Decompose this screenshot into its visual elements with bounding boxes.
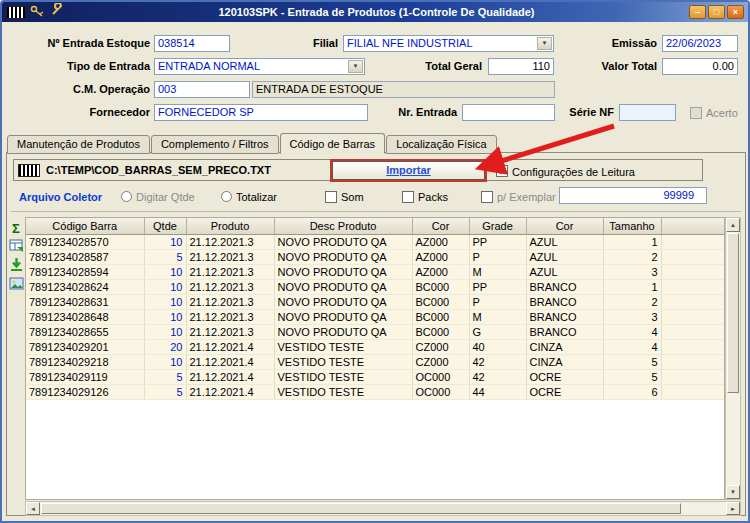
cell: 10	[144, 279, 186, 294]
cell: BRANCO	[526, 294, 603, 309]
scroll-left-icon[interactable]: ◄	[26, 502, 40, 515]
cell: 21.12.2021.3	[186, 324, 274, 339]
vscroll-thumb[interactable]	[727, 233, 739, 393]
column-header-7[interactable]: Tamanho	[603, 218, 661, 234]
cell: NOVO PRODUTO QA	[274, 234, 412, 249]
digitar-qtde-label: Digitar Qtde	[136, 190, 195, 204]
hscroll-thumb[interactable]	[41, 503, 681, 514]
table-row[interactable]: 78912340286241021.12.2021.3NOVO PRODUTO …	[26, 279, 724, 294]
cell: PP	[469, 234, 526, 249]
configuracoes-leitura-checkbox[interactable]: ✓	[496, 165, 508, 177]
cell: 3	[603, 264, 661, 279]
cell: BC000	[412, 309, 469, 324]
column-header-5[interactable]: Grade	[469, 218, 526, 234]
maximize-button[interactable]: □	[708, 5, 725, 19]
cell: 1	[603, 234, 661, 249]
tipo-entrada-select[interactable]: ENTRADA NORMAL ▼	[154, 58, 365, 75]
scroll-right-icon[interactable]: ►	[726, 502, 740, 515]
scroll-up-icon[interactable]: ▲	[726, 218, 740, 232]
tab-localizacao-fisica[interactable]: Localização Física	[386, 135, 497, 154]
export-grid-icon[interactable]	[8, 238, 24, 254]
column-header-2[interactable]: Produto	[186, 218, 274, 234]
horizontal-scrollbar[interactable]: ◄ ►	[25, 501, 741, 516]
cell: 21.12.2021.4	[186, 369, 274, 384]
cm-operacao-input[interactable]: 003	[154, 81, 250, 98]
barcode-grid[interactable]: Código BarraQtdeProdutoDesc ProdutoCorGr…	[25, 217, 725, 500]
cell: OCRE	[526, 369, 603, 384]
p-exemplar-label: p/ Exemplar	[497, 190, 556, 204]
som-checkbox[interactable]	[325, 191, 337, 203]
cell-filler	[661, 249, 724, 264]
valor-total-input[interactable]: 0.00	[662, 58, 738, 75]
column-header-4[interactable]: Cor	[412, 218, 469, 234]
download-icon[interactable]	[8, 257, 24, 273]
exemplar-input[interactable]: 99999	[559, 187, 707, 204]
table-row[interactable]: 78912340286551021.12.2021.3NOVO PRODUTO …	[26, 324, 724, 339]
chevron-down-icon[interactable]: ▼	[537, 37, 552, 50]
nr-entrada-input[interactable]	[462, 104, 555, 121]
cell: BC000	[412, 294, 469, 309]
cell: P	[469, 294, 526, 309]
column-header-1[interactable]: Qtde	[144, 218, 186, 234]
column-header-6[interactable]: Cor	[526, 218, 603, 234]
cell: BRANCO	[526, 309, 603, 324]
packs-checkbox[interactable]	[402, 191, 414, 203]
tab-codigo-de-barras[interactable]: Código de Barras	[280, 133, 386, 154]
totalizar-radio[interactable]	[221, 191, 232, 202]
close-button[interactable]: ×	[727, 5, 744, 19]
serie-nf-input[interactable]	[619, 104, 676, 121]
wrench-icon	[50, 3, 64, 21]
cell: 10	[144, 309, 186, 324]
keys-icon	[30, 3, 46, 21]
fornecedor-input[interactable]: FORNECEDOR SP	[154, 104, 368, 121]
chevron-down-icon[interactable]: ▼	[348, 60, 363, 73]
tab-strip: Manutenção de Produtos Complemento / Fil…	[7, 133, 497, 154]
totalizar-label: Totalizar	[236, 190, 277, 204]
titlebar[interactable]: 120103SPK - Entrada de Produtos (1-Contr…	[2, 2, 748, 22]
cell: CZ000	[412, 354, 469, 369]
table-row[interactable]: 78912340286481021.12.2021.3NOVO PRODUTO …	[26, 309, 724, 324]
cell: 5	[144, 249, 186, 264]
table-row[interactable]: 78912340292012021.12.2021.4VESTIDO TESTE…	[26, 339, 724, 354]
cell: 21.12.2021.3	[186, 309, 274, 324]
cell: 21.12.2021.3	[186, 294, 274, 309]
acerto-checkbox[interactable]	[690, 107, 702, 119]
total-geral-input[interactable]: 110	[488, 58, 554, 75]
tab-manutencao-de-produtos[interactable]: Manutenção de Produtos	[7, 135, 150, 154]
cell-filler	[661, 354, 724, 369]
filial-value: FILIAL NFE INDUSTRIAL	[347, 37, 473, 49]
table-row[interactable]: 78912340292181021.12.2021.4VESTIDO TESTE…	[26, 354, 724, 369]
emissao-input[interactable]: 22/06/2023	[662, 35, 738, 52]
minimize-button[interactable]: –	[689, 5, 706, 19]
cell: 7891234028648	[26, 309, 144, 324]
tab-complemento-filtros[interactable]: Complemento / Filtros	[151, 135, 279, 154]
entrada-estoque-input[interactable]: 038514	[154, 35, 230, 52]
table-row[interactable]: 7891234028587521.12.2021.3NOVO PRODUTO Q…	[26, 249, 724, 264]
cell: VESTIDO TESTE	[274, 369, 412, 384]
cell: OCRE	[526, 384, 603, 399]
p-exemplar-checkbox[interactable]	[481, 191, 493, 203]
column-header-3[interactable]: Desc Produto	[274, 218, 412, 234]
table-row[interactable]: 78912340286311021.12.2021.3NOVO PRODUTO …	[26, 294, 724, 309]
digitar-qtde-radio[interactable]	[121, 191, 132, 202]
image-icon[interactable]	[8, 276, 24, 292]
window-controls: – □ ×	[689, 5, 744, 19]
vertical-scrollbar[interactable]: ▲ ▼	[725, 217, 741, 500]
table-row[interactable]: 7891234029119521.12.2021.4VESTIDO TESTEO…	[26, 369, 724, 384]
table-row[interactable]: 78912340285701021.12.2021.3NOVO PRODUTO …	[26, 234, 724, 249]
column-header-0[interactable]: Código Barra	[26, 218, 144, 234]
filial-select[interactable]: FILIAL NFE INDUSTRIAL ▼	[343, 35, 554, 52]
barcode-icon	[18, 164, 40, 177]
cell: VESTIDO TESTE	[274, 384, 412, 399]
cell: 7891234028631	[26, 294, 144, 309]
option-arquivo-coletor[interactable]: Arquivo Coletor	[19, 190, 102, 204]
cell-filler	[661, 339, 724, 354]
importar-button[interactable]: Importar	[332, 161, 485, 180]
cell: NOVO PRODUTO QA	[274, 249, 412, 264]
cell: 42	[469, 354, 526, 369]
cell: AZ000	[412, 234, 469, 249]
table-row[interactable]: 78912340285941021.12.2021.3NOVO PRODUTO …	[26, 264, 724, 279]
table-row[interactable]: 7891234029126521.12.2021.4VESTIDO TESTEO…	[26, 384, 724, 399]
scroll-down-icon[interactable]: ▼	[726, 485, 740, 499]
sum-icon[interactable]: Σ	[8, 219, 24, 235]
